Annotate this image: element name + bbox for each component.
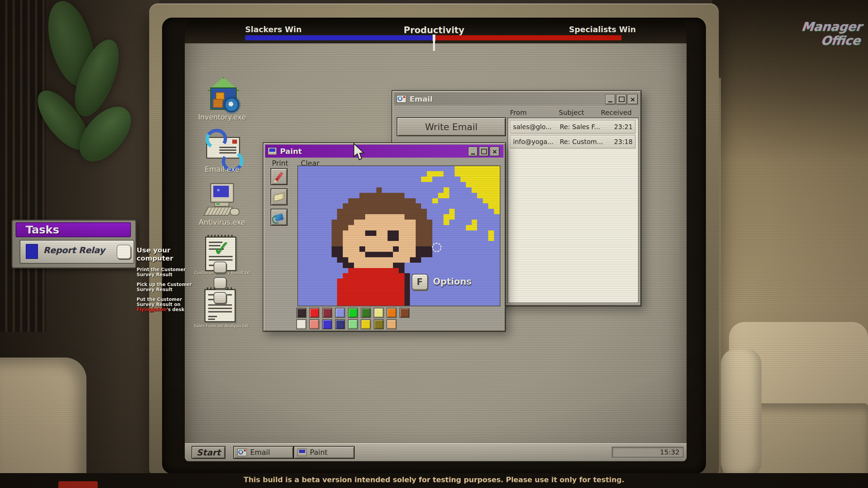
menu-print[interactable]: Print [272, 159, 288, 167]
scoreboard: Slackers Win Productivity Specialists Wi… [185, 21, 687, 43]
mouse-icon [230, 208, 239, 216]
palette-swatch[interactable] [309, 308, 319, 318]
desktop-icon-label: Email.exe [188, 165, 256, 174]
pickup-key-indicator [214, 292, 226, 304]
taskbar-button-email[interactable]: Email [233, 446, 294, 459]
interact-prompt-label: Options [433, 277, 472, 287]
scoreboard-center-label: Productivity [404, 25, 465, 35]
taskbar-button-label: Paint [310, 448, 328, 456]
mouse-cursor-icon [353, 143, 365, 161]
column-header-subject: Subject [559, 108, 584, 117]
minimize-button[interactable] [468, 147, 478, 156]
task-step: Put the Customer Survey Result on Flying… [137, 297, 201, 312]
desktop-icon-label: Inventory.exe [188, 113, 256, 121]
email-from: info@yoga... [513, 138, 553, 145]
desktop-icon-email[interactable] [203, 130, 241, 165]
scoreboard-left-label: Slackers Win [245, 25, 302, 34]
couch-armrest [721, 349, 762, 478]
taskbar-button-paint[interactable]: Paint [294, 446, 355, 459]
tasks-panel-header: Tasks [16, 222, 131, 237]
tool-fill[interactable] [271, 209, 288, 226]
email-titlebar[interactable]: Email [394, 93, 639, 105]
palette-row-2 [296, 319, 397, 329]
gear-icon [224, 97, 239, 113]
email-window-title: Email [410, 95, 433, 103]
email-from: sales@glo... [513, 123, 552, 130]
taskbar: Start Email Paint 15:32 [185, 443, 687, 461]
desktop-icon-label: Antivirus.exe [188, 218, 256, 226]
desktop-icon-forecast-file[interactable] [204, 286, 238, 322]
palette-swatch[interactable] [322, 308, 332, 318]
email-list-panel[interactable]: sales@glo... Re: Sales F... 23:21 info@y… [507, 117, 639, 303]
palette-swatch[interactable] [322, 319, 332, 329]
task-color-tag [26, 244, 38, 259]
progress-bar-red [434, 35, 622, 40]
palette-swatch[interactable] [335, 308, 345, 318]
paint-window: Paint × Print Clear F Options [263, 142, 506, 332]
task-checkbox[interactable] [117, 245, 131, 259]
close-button[interactable]: × [490, 147, 499, 156]
pencil-icon [275, 171, 283, 181]
tool-pencil[interactable] [271, 168, 288, 185]
column-header-received: Received [601, 108, 632, 117]
room-label: Manager Office [758, 20, 863, 47]
monitor-icon [210, 183, 234, 203]
column-header-from: From [510, 108, 527, 117]
paint-app-icon [298, 449, 307, 456]
email-subject: Re: Sales F... [560, 123, 600, 130]
keyboard-icon [203, 207, 233, 216]
eraser-icon [274, 192, 284, 201]
progress-divider [433, 35, 435, 41]
task-name: Report Relay [43, 245, 105, 255]
palette-swatch[interactable] [348, 319, 358, 329]
desktop-icon-inventory[interactable] [205, 77, 239, 111]
palette-swatch[interactable] [399, 308, 410, 318]
email-received: 23:21 [614, 123, 633, 130]
email-row[interactable]: sales@glo... Re: Sales F... 23:21 [510, 120, 635, 134]
progress-center-tick [433, 41, 435, 51]
checkmark-icon: ✓ [213, 236, 231, 261]
email-app-icon [237, 449, 247, 456]
palette-swatch[interactable] [348, 308, 358, 318]
beta-notice: This build is a beta version intended so… [0, 476, 868, 484]
close-button[interactable]: × [628, 94, 638, 104]
minimize-button[interactable] [605, 94, 615, 104]
email-row[interactable]: info@yoga... Re: Custom... 23:18 [510, 135, 635, 148]
desktop-icon-antivirus[interactable] [204, 183, 239, 217]
palette-swatch[interactable] [335, 319, 345, 329]
window-blinds [0, 0, 46, 332]
maximize-button[interactable] [479, 147, 489, 156]
palette-swatch[interactable] [374, 319, 384, 329]
task-objective-title: Use your computer [137, 246, 201, 262]
palette-swatch[interactable] [387, 308, 397, 318]
palette-swatch[interactable] [309, 319, 319, 329]
task-item[interactable]: Report Relay [20, 240, 134, 264]
task-details: Use your computer Print the Customer Sur… [137, 246, 201, 317]
monitor-screen: Slackers Win Productivity Specialists Wi… [185, 21, 687, 462]
maximize-button[interactable] [616, 94, 627, 104]
palette-swatch[interactable] [361, 319, 371, 329]
target-name: FlyingJakob [137, 307, 166, 312]
progress-bar-blue [245, 35, 434, 40]
email-subject: Re: Custom... [560, 138, 603, 145]
left-couch [0, 358, 86, 488]
power-light [216, 203, 220, 205]
palette-swatch[interactable] [374, 308, 384, 318]
desktop-icon-label: Sales Forecast Analysis.txt [190, 324, 253, 328]
task-step: Print the Customer Survey Result [137, 267, 201, 277]
tool-eraser[interactable] [271, 188, 288, 205]
scene: Manager Office Slackers Win Productivity… [0, 0, 868, 488]
paint-window-title: Paint [280, 147, 302, 156]
palette-swatch[interactable] [361, 308, 371, 318]
email-app-icon [397, 95, 406, 103]
pickup-key-indicator [214, 262, 226, 273]
palette-swatch[interactable] [296, 308, 307, 318]
scoreboard-right-label: Specialists Win [569, 25, 636, 34]
palette-swatch[interactable] [296, 319, 307, 329]
write-email-button[interactable]: Write Email [397, 117, 506, 136]
start-button[interactable]: Start [192, 446, 225, 459]
paint-bucket-icon [274, 213, 284, 221]
paint-titlebar[interactable]: Paint [265, 145, 504, 158]
palette-swatch[interactable] [387, 319, 397, 329]
palette-row-1 [296, 308, 410, 318]
